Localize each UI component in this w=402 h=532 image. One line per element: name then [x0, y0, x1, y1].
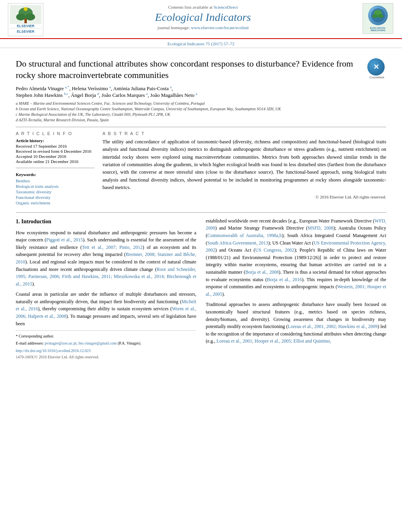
- section-1-heading: 1. Introduction: [16, 217, 196, 226]
- journal-homepage: journal homepage: www.elsevier.com/locat…: [47, 25, 359, 30]
- affiliation-b: b Ocean and Earth Science, National Ocea…: [16, 106, 386, 112]
- journal-title: Ecological Indicators: [47, 11, 359, 24]
- congress-ref[interactable]: US Congress, 2002: [255, 247, 294, 253]
- journal-logo-right: ECOLOGICAL INDICATORS: [363, 3, 394, 34]
- svg-point-9: [378, 14, 383, 18]
- sa-ref[interactable]: South Africa Government, 2013: [207, 240, 268, 246]
- keyword-4: Functional diversity: [16, 195, 95, 200]
- bremner-ref[interactable]: Bremner, 2008; Statzner and Bêche, 2010: [16, 252, 196, 265]
- worm-ref[interactable]: Worm et al., 2006; Halpern et al., 2008: [16, 306, 196, 319]
- micheli-ref[interactable]: Micheli et al., 2016: [16, 299, 196, 312]
- main-content: Do structural and functional attributes …: [0, 48, 402, 368]
- piggott-ref[interactable]: Piggott et al., 2015: [46, 237, 83, 243]
- article-history: Article history: Received 17 September 2…: [16, 138, 95, 164]
- journal-header: ELSEVIER Contents lists available at Sci…: [0, 0, 402, 39]
- doi-link[interactable]: http://dx.doi.org/10.1016/j.ecolind.2016…: [16, 348, 91, 353]
- body-divider: [16, 212, 386, 213]
- copyright: © 2016 Elsevier Ltd. All rights reserved…: [102, 195, 386, 199]
- body-p2: Coastal areas in particular are under th…: [16, 291, 196, 327]
- abstract-col: A B S T R A C T The utility and concorda…: [102, 131, 386, 206]
- received-date: Received 17 September 2016: [16, 144, 95, 148]
- keywords-section: Keywords: Benthos Biological traits anal…: [16, 172, 95, 205]
- page: ELSEVIER Contents lists available at Sci…: [0, 0, 402, 368]
- svg-point-3: [26, 13, 35, 20]
- elsevier-logo-image: [10, 5, 41, 29]
- email-label: E-mail addresses:: [16, 341, 44, 345]
- elsevier-label: ELSEVIER: [10, 29, 41, 34]
- keywords-label: Keywords:: [16, 172, 95, 177]
- crossmark-text: CrossMark: [367, 76, 386, 79]
- svg-rect-4: [24, 19, 27, 23]
- article-info-label: A R T I C L E I N F O: [16, 131, 95, 136]
- affiliation-d: d AZTI-Tecnalia, Marine Research Divisio…: [16, 117, 386, 123]
- root-ref[interactable]: Root and Schneider, 1995; Parmesan, 2006…: [16, 267, 196, 287]
- body-left-col: 1. Introduction How ecosystems respond t…: [16, 217, 196, 360]
- sciencedirect-line: Contents lists available at ScienceDirec…: [47, 5, 359, 9]
- abstract-text: The utility and concordance of applicati…: [102, 138, 386, 192]
- tett-ref[interactable]: Tett et al., 2007; Pinto, 2012: [82, 245, 143, 250]
- homepage-url[interactable]: www.elsevier.com/locate/ecolind: [191, 25, 249, 30]
- article-info-col: A R T I C L E I N F O Article history: R…: [16, 131, 95, 206]
- borja2008-ref[interactable]: Borja et al., 2008: [245, 269, 279, 275]
- info-divider: [16, 168, 95, 168]
- contents-text: Contents lists available at: [168, 5, 212, 9]
- keyword-5: Organic enrichment: [16, 200, 95, 205]
- western-ref[interactable]: Western, 2001; Hooper et al., 2005: [206, 284, 386, 297]
- crossmark-icon: ✕: [367, 58, 385, 76]
- affiliation-a: a MARE – Marine and Environmental Scienc…: [16, 101, 386, 106]
- body-right-p2: Traditional approaches to assess anthrop…: [206, 301, 386, 345]
- header-center: Contents lists available at ScienceDirec…: [47, 3, 359, 30]
- crossmark-badge: ✕ CrossMark: [367, 58, 386, 77]
- rights-line: 1470-160X/© 2016 Elsevier Ltd. All right…: [16, 354, 196, 360]
- article-vol-info: Ecological Indicators 75 (2017) 57–72: [0, 39, 402, 48]
- title-section: Do structural and functional attributes …: [16, 58, 386, 81]
- footnote-section: * Corresponding author. E-mail addresses…: [16, 330, 196, 346]
- accepted-date: Accepted 10 December 2016: [16, 154, 95, 159]
- msfd-ref[interactable]: MSFD, 2008: [308, 225, 333, 231]
- revised-date: Received in revised form 6 December 2016: [16, 149, 95, 154]
- body-right-col: established worldwide over recent decade…: [206, 217, 386, 360]
- body-right-p1: established worldwide over recent decade…: [206, 217, 386, 298]
- authors-full: Pedro Almeida Vinagre a,*, Helena Veríss…: [16, 85, 197, 98]
- affiliations: a MARE – Marine and Environmental Scienc…: [16, 101, 386, 123]
- email-link[interactable]: pvinagre@zoo.uc.pt, bio.vinagre@gmail.co…: [45, 341, 117, 345]
- commonwealth-ref[interactable]: Commonwealth of Australia, 1998a,b: [207, 233, 282, 238]
- footnote-star: * Corresponding author.: [16, 333, 196, 339]
- available-date: Available online 21 December 2016: [16, 159, 95, 164]
- loreau2-ref[interactable]: Loreau et al., 2001; Hooper et al., 2005…: [216, 338, 331, 344]
- wfd-ref[interactable]: WFD, 2000: [206, 218, 386, 231]
- affiliation-c: c Marine Biological Association of the U…: [16, 112, 386, 117]
- svg-point-5: [24, 7, 28, 11]
- body-p1: How ecosystems respond to natural distur…: [16, 229, 196, 288]
- keyword-1: Benthos: [16, 178, 95, 183]
- borja2016-ref[interactable]: Borja et al., 2016: [267, 277, 302, 282]
- footnote-emails: E-mail addresses: pvinagre@zoo.uc.pt, bi…: [16, 340, 196, 347]
- header-divider: [16, 127, 386, 127]
- svg-point-2: [16, 13, 26, 20]
- eco-circle-icon: [368, 6, 388, 25]
- article-title: Do structural and functional attributes …: [16, 58, 386, 81]
- body-content: 1. Introduction How ecosystems respond t…: [16, 217, 386, 360]
- svg-point-8: [372, 14, 378, 18]
- homepage-label: journal homepage:: [158, 25, 190, 30]
- elsevier-logo: ELSEVIER: [8, 3, 43, 36]
- history-label: Article history:: [16, 138, 95, 143]
- authors-line: Pedro Almeida Vinagre a,*, Helena Veríss…: [16, 85, 386, 98]
- abstract-label: A B S T R A C T: [102, 131, 386, 136]
- keyword-3: Taxonomic diversity: [16, 189, 95, 194]
- eco-logo: ECOLOGICAL INDICATORS: [363, 3, 393, 34]
- email-name: (P.A. Vinagre).: [118, 341, 141, 345]
- loreau-ref[interactable]: Loreau et al., 2001, 2002; Hawkins et al…: [288, 324, 378, 329]
- keyword-2: Biological traits analysis: [16, 184, 95, 189]
- article-info-abstract: A R T I C L E I N F O Article history: R…: [16, 131, 386, 206]
- doi-line[interactable]: http://dx.doi.org/10.1016/j.ecolind.2016…: [16, 348, 196, 354]
- eco-label: ECOLOGICAL INDICATORS: [363, 27, 393, 32]
- sciencedirect-link[interactable]: ScienceDirect: [214, 5, 238, 9]
